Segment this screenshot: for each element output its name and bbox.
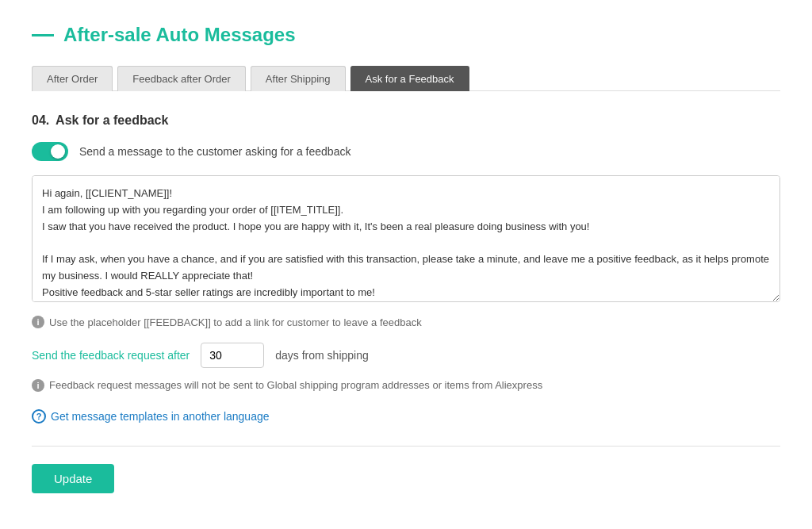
title-dash [32,34,54,36]
days-label: Send the feedback request after [32,349,190,362]
section-title: Ask for a feedback [56,113,168,127]
warning-text: Feedback request messages will not be se… [49,379,542,391]
update-button[interactable]: Update [32,464,114,493]
message-textarea[interactable] [32,175,780,302]
hint-text: Use the placeholder [[FEEDBACK]] to add … [49,316,422,328]
section-number: 04. [32,113,49,127]
question-icon: ? [32,409,46,424]
hint-row: i Use the placeholder [[FEEDBACK]] to ad… [32,316,780,328]
tab-after-order[interactable]: After Order [32,66,113,91]
page-title: After-sale Auto Messages [63,24,296,46]
page-title-section: After-sale Auto Messages [32,24,780,46]
toggle-thumb [51,144,65,159]
tab-feedback-after-order[interactable]: Feedback after Order [117,66,246,91]
tab-after-shipping[interactable]: After Shipping [251,66,346,91]
warning-icon: i [32,379,44,392]
lang-link[interactable]: ? Get message templates in another langu… [32,409,780,424]
toggle-row: Send a message to the customer asking fo… [32,142,780,161]
lang-link-row: ? Get message templates in another langu… [32,409,780,424]
warning-row: i Feedback request messages will not be … [32,379,780,392]
tabs-row: After Order Feedback after Order After S… [32,65,780,91]
days-suffix: days from shipping [275,349,369,362]
divider [32,446,780,447]
section-header: 04. Ask for a feedback [32,113,780,128]
days-input[interactable] [201,343,264,368]
lang-link-text: Get message templates in another languag… [51,410,270,423]
enable-toggle[interactable] [32,142,68,161]
toggle-label: Send a message to the customer asking fo… [79,145,350,158]
tab-ask-for-feedback[interactable]: Ask for a Feedback [350,66,469,91]
days-row: Send the feedback request after days fro… [32,343,780,368]
hint-icon: i [32,316,44,328]
